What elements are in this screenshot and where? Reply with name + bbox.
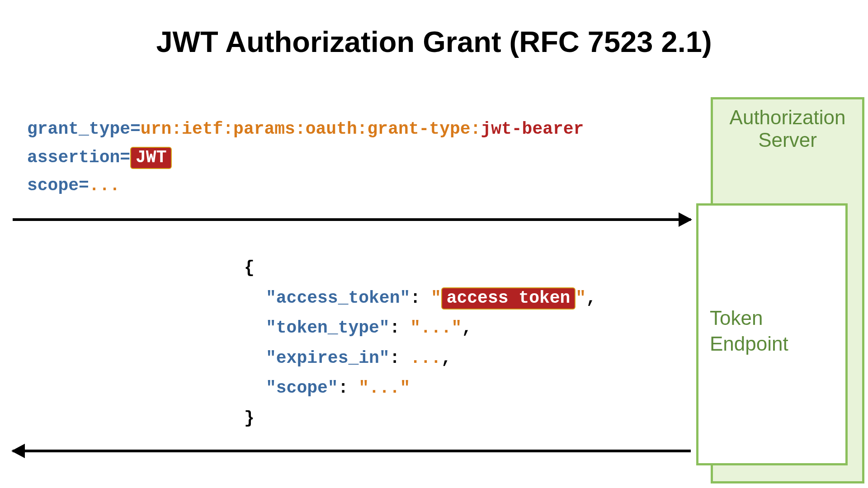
colon: : bbox=[390, 348, 400, 368]
grant-type-key: grant_type bbox=[27, 119, 130, 139]
token-label-2: Endpoint bbox=[710, 331, 834, 357]
access-token-key: "access_token" bbox=[266, 288, 410, 308]
token-type-value: "..." bbox=[410, 318, 462, 338]
access-token-badge: access token bbox=[441, 287, 576, 310]
colon: : bbox=[338, 378, 349, 398]
colon: : bbox=[410, 288, 420, 308]
slide-title: JWT Authorization Grant (RFC 7523 2.1) bbox=[0, 25, 868, 59]
assertion-line: assertion=JWT bbox=[27, 144, 584, 172]
response-json-block: { "access_token": "access token", "token… bbox=[244, 253, 596, 433]
brace-open: { bbox=[244, 253, 596, 283]
quote-close: " bbox=[576, 288, 586, 308]
scope-value: ... bbox=[89, 176, 120, 195]
request-params-block: grant_type=urn:ietf:params:oauth:grant-t… bbox=[27, 115, 584, 200]
access-token-line: "access_token": "access token", bbox=[244, 283, 596, 314]
expires-in-key: "expires_in" bbox=[266, 348, 390, 368]
scope-resp-key: "scope" bbox=[266, 378, 338, 398]
scope-line: scope=... bbox=[27, 172, 584, 200]
comma: , bbox=[462, 318, 472, 338]
token-label-1: Token bbox=[710, 305, 834, 331]
colon: : bbox=[390, 318, 400, 338]
brace-close: } bbox=[244, 404, 596, 434]
expires-in-value: ... bbox=[410, 348, 441, 368]
authz-label: Authorization bbox=[713, 106, 862, 129]
assertion-key: assertion bbox=[27, 148, 120, 167]
token-type-line: "token_type": "...", bbox=[244, 313, 596, 343]
expires-in-line: "expires_in": ..., bbox=[244, 343, 596, 374]
grant-type-suffix: jwt-bearer bbox=[481, 119, 584, 139]
request-arrow bbox=[13, 218, 691, 221]
jwt-badge: JWT bbox=[130, 147, 172, 169]
authz-label-2: Server bbox=[713, 129, 862, 151]
scope-key: scope bbox=[27, 176, 79, 195]
scope-resp-line: "scope": "..." bbox=[244, 373, 596, 404]
scope-resp-value: "..." bbox=[359, 378, 410, 398]
response-arrow bbox=[13, 450, 691, 452]
comma: , bbox=[441, 348, 452, 368]
token-type-key: "token_type" bbox=[266, 318, 390, 338]
token-endpoint-box: Token Endpoint bbox=[696, 203, 848, 465]
equals-sign: = bbox=[120, 148, 130, 167]
grant-type-urn: urn:ietf:params:oauth:grant-type: bbox=[141, 119, 481, 139]
grant-type-line: grant_type=urn:ietf:params:oauth:grant-t… bbox=[27, 115, 584, 144]
equals-sign: = bbox=[79, 176, 89, 195]
quote-open: " bbox=[431, 288, 441, 308]
comma: , bbox=[586, 288, 596, 308]
equals-sign: = bbox=[130, 119, 141, 139]
